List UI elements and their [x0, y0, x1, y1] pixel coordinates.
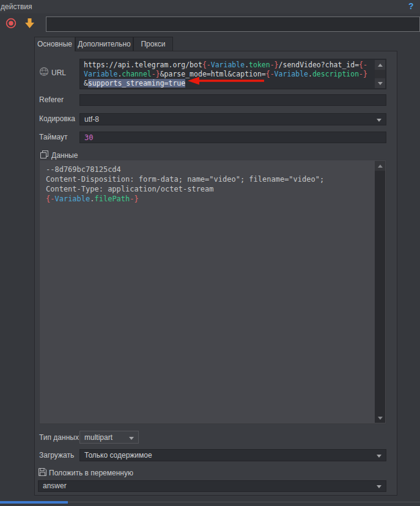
scroll-down-icon[interactable] [375, 413, 385, 423]
encoding-value: utf-8 [84, 115, 99, 124]
url-field[interactable]: https://api.telegram.org/bot{-Variable.t… [79, 59, 386, 89]
referer-label: Referer [39, 95, 64, 104]
chevron-down-icon [377, 119, 381, 122]
tab-proksi[interactable]: Прокси [133, 37, 173, 51]
tab-osnovnye[interactable]: Основные [34, 37, 75, 51]
floppy-disk-icon [39, 468, 46, 476]
load-mode-value: Только содержимое [84, 451, 152, 459]
data-type-label: Тип данных [39, 433, 79, 442]
url-code[interactable]: https://api.telegram.org/bot{-Variable.t… [80, 59, 375, 89]
chevron-down-icon [377, 485, 381, 488]
scroll-up-icon[interactable] [375, 161, 385, 171]
help-icon[interactable]: ? [408, 1, 414, 11]
data-type-select[interactable]: multipart [79, 431, 139, 444]
timeout-value: 30 [84, 133, 93, 142]
chevron-down-icon [129, 437, 134, 440]
referer-input[interactable] [79, 94, 386, 106]
scroll-up-icon[interactable] [375, 60, 385, 70]
timeout-input[interactable]: 30 [79, 132, 386, 143]
data-textarea[interactable]: --8d769bc78125cd4Content-Disposition: fo… [39, 160, 386, 424]
chevron-down-icon [377, 455, 381, 458]
url-scrollbar[interactable] [375, 60, 385, 88]
data-code[interactable]: --8d769bc78125cd4Content-Disposition: fo… [40, 160, 375, 423]
data-label: Данные [51, 151, 78, 160]
progress-bar [0, 501, 68, 504]
encoding-select[interactable]: utf-8 [79, 113, 386, 125]
tab-dopolnitelno[interactable]: Дополнительно [75, 37, 133, 51]
data-scrollbar[interactable] [375, 161, 385, 423]
scroll-down-icon[interactable] [375, 78, 385, 88]
svg-text:www: www [40, 72, 48, 75]
load-mode-label: Загружать [39, 451, 74, 459]
encoding-label: Кодировка [39, 114, 75, 123]
window-title: действия [1, 2, 32, 11]
copy-pages-icon [40, 151, 48, 158]
timeout-label: Таймаут [39, 133, 67, 141]
save-var-select[interactable]: answer [38, 480, 386, 492]
url-label: URL [51, 69, 66, 77]
globe-www-icon: www [39, 67, 49, 76]
down-arrow-icon[interactable] [24, 17, 35, 29]
action-filter-input[interactable] [46, 17, 420, 32]
save-var-label: Положить в переменную [49, 469, 133, 477]
data-type-value: multipart [84, 433, 112, 442]
titlebar: действия ? [0, 0, 420, 13]
save-var-value: answer [43, 482, 67, 490]
load-mode-select[interactable]: Только содержимое [79, 449, 386, 461]
record-icon[interactable] [6, 18, 17, 29]
